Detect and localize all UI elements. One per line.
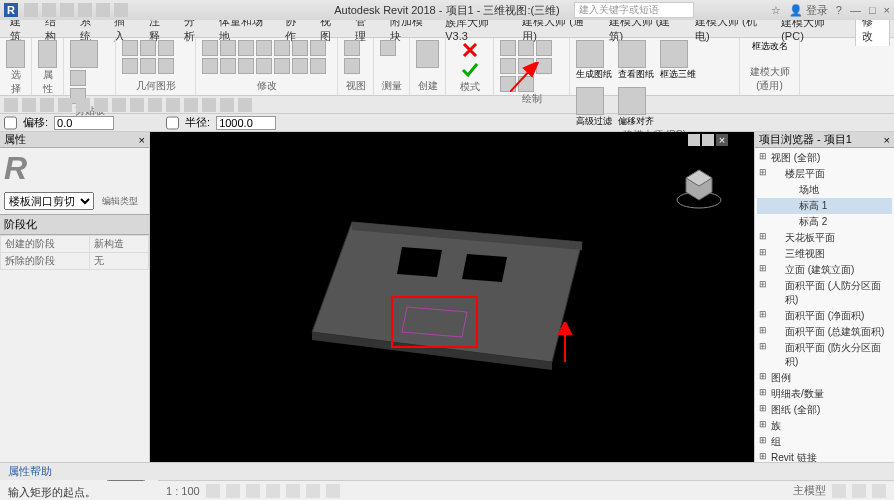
- qat-icon[interactable]: [24, 3, 38, 17]
- box3d-icon[interactable]: [660, 40, 688, 68]
- prop-value[interactable]: 无: [90, 253, 149, 270]
- radius-checkbox[interactable]: [166, 116, 179, 130]
- shadow-icon[interactable]: [266, 484, 280, 498]
- polygon-icon[interactable]: [536, 40, 552, 56]
- tree-node[interactable]: 立面 (建筑立面): [757, 262, 892, 278]
- copy-icon[interactable]: [220, 40, 236, 56]
- scale-icon[interactable]: [310, 40, 326, 56]
- rotate-icon[interactable]: [238, 40, 254, 56]
- cut-geom-icon[interactable]: [140, 40, 156, 56]
- geom-icon[interactable]: [140, 58, 156, 74]
- tree-node[interactable]: 三维视图: [757, 246, 892, 262]
- tree-node[interactable]: 标高 2: [757, 214, 892, 230]
- qat-icon[interactable]: [96, 3, 110, 17]
- opt-icon[interactable]: [184, 98, 198, 112]
- tree-node[interactable]: 楼层平面: [757, 166, 892, 182]
- mod-icon[interactable]: [310, 58, 326, 74]
- mirror-icon[interactable]: [238, 58, 254, 74]
- opt-icon[interactable]: [22, 98, 36, 112]
- tree-node[interactable]: 图纸 (全部): [757, 402, 892, 418]
- hide-icon[interactable]: [306, 484, 320, 498]
- modify-tool-icon[interactable]: [6, 40, 25, 68]
- tree-node[interactable]: 组: [757, 434, 892, 450]
- scale-value[interactable]: 1 : 100: [166, 485, 200, 497]
- tree-node[interactable]: 天花板平面: [757, 230, 892, 246]
- visual-style-icon[interactable]: [226, 484, 240, 498]
- viewport-3d[interactable]: ×: [150, 132, 754, 472]
- opt-icon[interactable]: [58, 98, 72, 112]
- paste-icon[interactable]: [70, 40, 98, 68]
- tree-node[interactable]: 面积平面 (人防分区面积): [757, 278, 892, 308]
- finish-icon[interactable]: [460, 60, 480, 80]
- tree-node[interactable]: 视图 (全部): [757, 150, 892, 166]
- vb-icon[interactable]: [872, 484, 886, 498]
- cope-icon[interactable]: [122, 40, 138, 56]
- split-icon[interactable]: [274, 40, 290, 56]
- opt-icon[interactable]: [130, 98, 144, 112]
- opt-icon[interactable]: [94, 98, 108, 112]
- opt-icon[interactable]: [148, 98, 162, 112]
- opt-icon[interactable]: [76, 98, 90, 112]
- floor-slab[interactable]: [292, 192, 612, 392]
- opt-icon[interactable]: [220, 98, 234, 112]
- close-view-icon[interactable]: ×: [716, 134, 728, 146]
- spline-icon[interactable]: [536, 58, 552, 74]
- opt-icon[interactable]: [40, 98, 54, 112]
- geom-icon[interactable]: [158, 58, 174, 74]
- tree-node[interactable]: 族: [757, 418, 892, 434]
- tree-node[interactable]: 场地: [757, 182, 892, 198]
- vb-icon[interactable]: [832, 484, 846, 498]
- phasing-header[interactable]: 阶段化: [0, 214, 149, 235]
- tree-node[interactable]: 图例: [757, 370, 892, 386]
- offset-icon[interactable]: [220, 58, 236, 74]
- pin-icon[interactable]: [256, 58, 272, 74]
- opt-icon[interactable]: [238, 98, 252, 112]
- close-icon[interactable]: ×: [139, 134, 145, 146]
- align-icon[interactable]: [202, 58, 218, 74]
- filter-icon[interactable]: [576, 87, 604, 115]
- cut-icon[interactable]: [70, 70, 86, 86]
- delete-icon[interactable]: [274, 58, 290, 74]
- view-icon[interactable]: [344, 40, 360, 56]
- vb-icon[interactable]: [852, 484, 866, 498]
- minimize-view-icon[interactable]: [688, 134, 700, 146]
- join-icon[interactable]: [158, 40, 174, 56]
- geom-icon[interactable]: [122, 58, 138, 74]
- search-input[interactable]: 建入关键字或短语: [574, 2, 694, 18]
- minimize-button[interactable]: —: [850, 4, 861, 16]
- crop-icon[interactable]: [286, 484, 300, 498]
- tree-node[interactable]: 面积平面 (防火分区面积): [757, 340, 892, 370]
- tree-node[interactable]: 标高 1: [757, 198, 892, 214]
- ellipse-icon[interactable]: [500, 76, 516, 92]
- offset-input[interactable]: [54, 116, 114, 130]
- close-icon[interactable]: ×: [884, 134, 890, 146]
- view-cube[interactable]: [674, 162, 724, 212]
- help-icon[interactable]: ?: [836, 4, 842, 16]
- type-selector[interactable]: 楼板洞口剪切: [4, 192, 94, 210]
- status-hint[interactable]: 属性帮助: [8, 464, 52, 479]
- qat-icon[interactable]: [114, 3, 128, 17]
- offset-align-icon[interactable]: [618, 87, 646, 115]
- create-icon[interactable]: [416, 40, 439, 68]
- move-icon[interactable]: [202, 40, 218, 56]
- tree-node[interactable]: 明细表/数量: [757, 386, 892, 402]
- edit-type-button[interactable]: 编辑类型: [102, 195, 138, 208]
- maximize-view-icon[interactable]: [702, 134, 714, 146]
- view-sheet-icon[interactable]: [618, 40, 646, 68]
- chain-checkbox[interactable]: [4, 116, 17, 130]
- detail-level-icon[interactable]: [206, 484, 220, 498]
- pick-icon[interactable]: [518, 76, 534, 92]
- view-icon[interactable]: [344, 58, 360, 74]
- tree-node[interactable]: 面积平面 (总建筑面积): [757, 324, 892, 340]
- close-button[interactable]: ×: [884, 4, 890, 16]
- prop-value[interactable]: 新构造: [90, 236, 149, 253]
- qat-icon[interactable]: [78, 3, 92, 17]
- opt-icon[interactable]: [4, 98, 18, 112]
- circle-icon[interactable]: [500, 58, 516, 74]
- line-icon[interactable]: [500, 40, 516, 56]
- opt-icon[interactable]: [166, 98, 180, 112]
- gen-sheet-icon[interactable]: [576, 40, 604, 68]
- tree-node[interactable]: 面积平面 (净面积): [757, 308, 892, 324]
- rect-icon[interactable]: [518, 40, 534, 56]
- sun-path-icon[interactable]: [246, 484, 260, 498]
